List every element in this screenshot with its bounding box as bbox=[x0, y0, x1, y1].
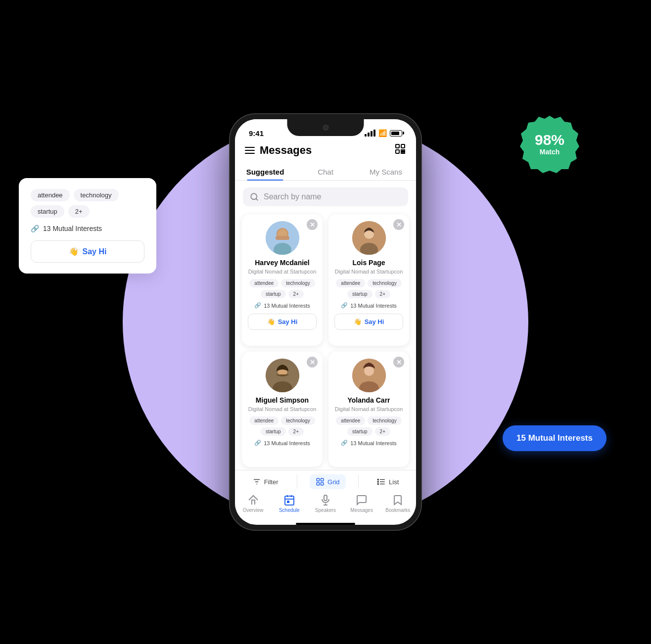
person-title-harvey: Digital Nomad at Startupcon bbox=[248, 268, 317, 275]
card-tag: 2+ bbox=[288, 290, 304, 298]
floating-card-mutual-interests: 🔗 13 Mutual Interests bbox=[31, 225, 144, 232]
app-header: Messages bbox=[235, 141, 416, 163]
svg-rect-27 bbox=[317, 478, 319, 481]
person-title-miguel: Digital Nomad at Startupcon bbox=[248, 406, 317, 413]
app-title: Messages bbox=[260, 144, 312, 157]
phone-screen: 9:41 📶 bbox=[235, 119, 416, 525]
svg-line-9 bbox=[256, 198, 257, 200]
tag-technology: technology bbox=[74, 189, 119, 201]
svg-rect-14 bbox=[276, 236, 289, 240]
bottom-toolbar: Filter Grid List bbox=[235, 470, 416, 490]
person-title-yolanda: Digital Nomad at Startupcon bbox=[335, 406, 403, 413]
person-name-miguel: Miguel Simpson bbox=[256, 396, 309, 404]
wave-icon: 👋 bbox=[267, 318, 275, 325]
hamburger-icon[interactable] bbox=[245, 147, 255, 154]
match-percent: 98% bbox=[535, 132, 564, 148]
avatar-yolanda bbox=[352, 359, 386, 392]
microphone-icon bbox=[320, 494, 331, 506]
tabs-bar: Suggested Chat My Scans bbox=[235, 163, 416, 181]
search-bar[interactable]: Search by name bbox=[243, 187, 408, 206]
qr-icon[interactable] bbox=[394, 143, 406, 158]
avatar-harvey bbox=[266, 221, 299, 255]
signal-bars-icon bbox=[365, 130, 375, 137]
card-mutual-miguel: 🔗 13 Mutual Interests bbox=[254, 440, 310, 446]
tab-my-scans[interactable]: My Scans bbox=[356, 163, 416, 180]
card-close-harvey[interactable]: ✕ bbox=[307, 219, 318, 230]
search-input[interactable]: Search by name bbox=[264, 192, 322, 201]
nav-label-overview: Overview bbox=[243, 507, 264, 513]
card-close-miguel[interactable]: ✕ bbox=[307, 357, 318, 368]
filter-button[interactable]: Filter bbox=[246, 474, 284, 489]
tag-attendee: attendee bbox=[31, 189, 70, 201]
card-mutual-harvey: 🔗 13 Mutual Interests bbox=[254, 302, 310, 309]
grid-button[interactable]: Grid bbox=[310, 474, 346, 489]
schedule-icon bbox=[283, 494, 295, 506]
svg-rect-4 bbox=[401, 150, 403, 151]
card-close-yolanda[interactable]: ✕ bbox=[393, 357, 404, 368]
svg-rect-6 bbox=[401, 152, 403, 153]
wifi-icon: 📶 bbox=[378, 129, 387, 137]
card-tag: 2+ bbox=[375, 290, 390, 298]
svg-rect-1 bbox=[396, 144, 399, 148]
svg-rect-7 bbox=[403, 152, 405, 153]
nav-label-messages: Messages bbox=[350, 507, 373, 513]
nav-bar: Overview Schedule Speakers bbox=[235, 490, 416, 521]
svg-point-22 bbox=[364, 366, 374, 376]
card-tags-miguel: attendee technology startup 2+ bbox=[248, 416, 317, 436]
person-name-lois: Lois Page bbox=[352, 259, 385, 267]
tab-chat[interactable]: Chat bbox=[295, 163, 356, 180]
link-icon: 🔗 bbox=[254, 440, 261, 446]
card-tag: startup bbox=[347, 427, 372, 436]
floating-card-tags: attendee technology startup 2+ bbox=[31, 189, 144, 218]
card-tag: attendee bbox=[249, 279, 279, 287]
card-tag: attendee bbox=[249, 416, 279, 425]
person-card-lois: ✕ Lois Page Digital Nomad at Startupcon … bbox=[328, 214, 409, 346]
bookmarks-icon bbox=[392, 494, 404, 506]
nav-item-schedule[interactable]: Schedule bbox=[277, 494, 302, 513]
status-icons: 📶 bbox=[365, 129, 402, 137]
say-hi-label: Say Hi bbox=[83, 247, 107, 256]
floating-card-say-hi-button[interactable]: 👋 Say Hi bbox=[31, 240, 144, 263]
card-close-lois[interactable]: ✕ bbox=[393, 219, 404, 230]
mutual-interests-badge: 15 Mutual Interests bbox=[503, 425, 606, 451]
person-card-miguel: ✕ Miguel Simpson Digital Nomad at Startu… bbox=[242, 352, 323, 467]
card-tags-lois: attendee technology startup 2+ bbox=[334, 279, 403, 298]
wave-icon: 👋 bbox=[69, 247, 79, 256]
card-tag: 2+ bbox=[375, 427, 390, 436]
phone-frame: 9:41 📶 bbox=[229, 113, 422, 531]
card-tag: technology bbox=[281, 279, 315, 287]
messages-icon bbox=[356, 494, 368, 506]
card-mutual-yolanda: 🔗 13 Mutual Interests bbox=[341, 440, 397, 446]
list-button[interactable]: List bbox=[371, 474, 405, 489]
nav-item-overview[interactable]: Overview bbox=[240, 494, 266, 513]
say-hi-button-harvey[interactable]: 👋 Say Hi bbox=[248, 314, 317, 330]
link-icon: 🔗 bbox=[341, 302, 348, 309]
floating-card-left: attendee technology startup 2+ 🔗 13 Mutu… bbox=[19, 178, 156, 274]
nav-label-schedule: Schedule bbox=[279, 507, 300, 513]
home-icon bbox=[247, 494, 259, 506]
match-badge: 98% Match bbox=[520, 114, 579, 175]
svg-point-36 bbox=[377, 483, 378, 484]
svg-rect-29 bbox=[317, 483, 319, 485]
match-label: Match bbox=[540, 148, 559, 156]
link-icon: 🔗 bbox=[254, 302, 261, 309]
battery-icon bbox=[390, 130, 402, 137]
svg-point-34 bbox=[377, 479, 378, 480]
person-name-harvey: Harvey Mcdaniel bbox=[255, 259, 310, 267]
search-icon bbox=[250, 192, 259, 201]
camera-dot bbox=[323, 125, 328, 131]
nav-item-messages[interactable]: Messages bbox=[349, 494, 374, 513]
avatar-lois bbox=[352, 221, 386, 255]
tag-startup: startup bbox=[31, 205, 64, 218]
svg-rect-41 bbox=[287, 501, 289, 503]
card-tag: startup bbox=[261, 290, 286, 298]
card-tag: technology bbox=[281, 416, 315, 425]
nav-item-bookmarks[interactable]: Bookmarks bbox=[385, 494, 411, 513]
tab-suggested[interactable]: Suggested bbox=[235, 163, 295, 180]
say-hi-button-lois[interactable]: 👋 Say Hi bbox=[334, 314, 403, 330]
svg-rect-3 bbox=[396, 150, 399, 153]
nav-label-speakers: Speakers bbox=[315, 507, 336, 513]
nav-item-speakers[interactable]: Speakers bbox=[313, 494, 338, 513]
person-title-lois: Digital Nomad at Startupcon bbox=[335, 268, 403, 275]
svg-rect-28 bbox=[321, 478, 324, 481]
